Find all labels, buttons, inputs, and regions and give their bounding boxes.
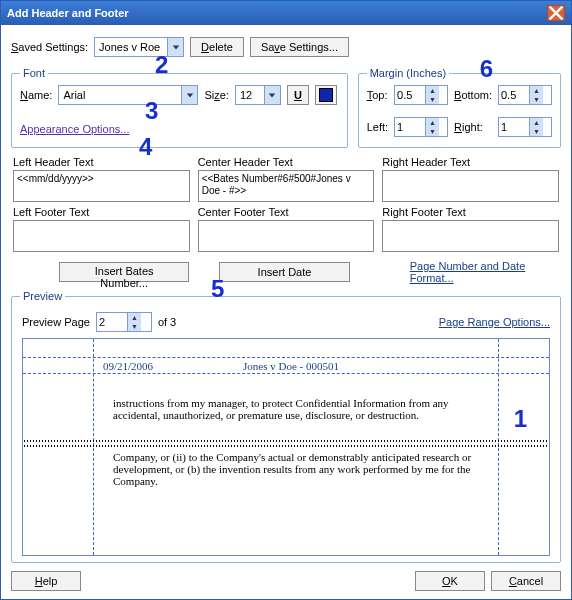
color-swatch-icon	[319, 88, 333, 102]
center-header-label: Center Header Text	[198, 156, 375, 168]
spinner-icon[interactable]: ▲▼	[127, 313, 141, 331]
font-size-value: 12	[240, 89, 252, 101]
preview-fieldset: Preview Preview Page ▲▼ of 3 Page Range …	[11, 290, 561, 563]
insert-date-button[interactable]: Insert Date	[219, 262, 349, 282]
margin-guide	[23, 373, 549, 374]
preview-page-input[interactable]: ▲▼	[96, 312, 152, 332]
saved-settings-value: Jones v Roe	[99, 41, 160, 53]
left-footer-input[interactable]	[13, 220, 190, 252]
preview-box: 09/21/2006 Jones v Doe - 000501 instruct…	[22, 338, 550, 556]
spinner-icon[interactable]: ▲▼	[529, 86, 543, 104]
margin-left-label: Left:	[367, 121, 388, 133]
margins-legend: Margin (Inches)	[367, 67, 449, 79]
margin-bottom-label: Bottom:	[454, 89, 492, 101]
right-header-label: Right Header Text	[382, 156, 559, 168]
spinner-icon[interactable]: ▲▼	[425, 86, 439, 104]
page-break-indicator	[23, 444, 549, 448]
dialog-window: Add Header and Footer Saved Settings: Jo…	[0, 0, 572, 600]
ok-button[interactable]: OK	[415, 571, 485, 591]
delete-button[interactable]: Delete	[190, 37, 244, 57]
title-bar: Add Header and Footer	[1, 1, 571, 25]
saved-settings-label: Saved Settings:	[11, 41, 88, 53]
page-range-link[interactable]: Page Range Options...	[439, 316, 550, 328]
dialog-buttons: Help OK Cancel	[11, 571, 561, 591]
right-header-input[interactable]	[382, 170, 559, 202]
left-footer-label: Left Footer Text	[13, 206, 190, 218]
margin-bottom-input[interactable]: ▲▼	[498, 85, 552, 105]
chevron-down-icon	[167, 38, 183, 56]
saved-settings-row: Saved Settings: Jones v Roe Delete Save …	[11, 37, 563, 57]
margin-right-input[interactable]: ▲▼	[498, 117, 552, 137]
font-name-label: Name:	[20, 89, 52, 101]
font-fieldset: Font Name: Arial Size: 12 U	[11, 67, 348, 148]
cancel-button[interactable]: Cancel	[491, 571, 561, 591]
svg-marker-3	[187, 93, 193, 97]
chevron-down-icon	[181, 86, 197, 104]
preview-of-label: of 3	[158, 316, 176, 328]
preview-date: 09/21/2006	[103, 360, 153, 372]
window-title: Add Header and Footer	[7, 7, 129, 19]
font-legend: Font	[20, 67, 48, 79]
font-name-value: Arial	[63, 89, 85, 101]
margin-guide	[23, 357, 549, 358]
margin-top-label: Top:	[367, 89, 388, 101]
font-name-select[interactable]: Arial	[58, 85, 198, 105]
right-footer-input[interactable]	[382, 220, 559, 252]
appearance-options-link[interactable]: Appearance Options...	[20, 123, 129, 135]
client-area: Saved Settings: Jones v Roe Delete Save …	[1, 25, 571, 599]
right-footer-label: Right Footer Text	[382, 206, 559, 218]
page-break-indicator	[23, 439, 549, 443]
saved-settings-select[interactable]: Jones v Roe	[94, 37, 184, 57]
margin-left-input[interactable]: ▲▼	[394, 117, 448, 137]
font-size-select[interactable]: 12	[235, 85, 281, 105]
center-footer-label: Center Footer Text	[198, 206, 375, 218]
preview-bates: Jones v Doe - 000501	[243, 360, 339, 372]
margins-fieldset: Margin (Inches) Top: ▲▼ Bottom: ▲▼ Left:…	[358, 67, 561, 148]
header-footer-grid: Left Header Text <<mm/dd/yyyy>> Center H…	[13, 156, 559, 252]
font-size-label: Size:	[204, 89, 228, 101]
svg-marker-2	[172, 45, 178, 49]
chevron-down-icon	[264, 86, 280, 104]
font-margin-row: Font Name: Arial Size: 12 U	[9, 65, 563, 150]
preview-body-bottom: Company, or (ii) to the Company's actual…	[113, 451, 489, 487]
insert-bates-button[interactable]: Insert Bates Number...	[59, 262, 189, 282]
page-date-format-link[interactable]: Page Number and Date Format...	[410, 260, 559, 284]
save-settings-button[interactable]: Save Settings...	[250, 37, 349, 57]
margin-top-input[interactable]: ▲▼	[394, 85, 448, 105]
left-header-label: Left Header Text	[13, 156, 190, 168]
font-color-button[interactable]	[315, 85, 337, 105]
help-button[interactable]: Help	[11, 571, 81, 591]
preview-page-label: Preview Page	[22, 316, 90, 328]
preview-body-top: instructions from my manager, to protect…	[113, 397, 489, 421]
insert-row: Insert Bates Number... Insert Date Page …	[59, 260, 559, 284]
center-header-input[interactable]: <<Bates Number#6#500#Jones v Doe - #>>	[198, 170, 375, 202]
spinner-icon[interactable]: ▲▼	[425, 118, 439, 136]
spinner-icon[interactable]: ▲▼	[529, 118, 543, 136]
svg-marker-4	[269, 93, 275, 97]
margin-right-label: Right:	[454, 121, 492, 133]
underline-button[interactable]: U	[287, 85, 309, 105]
close-button[interactable]	[547, 5, 565, 21]
left-header-input[interactable]: <<mm/dd/yyyy>>	[13, 170, 190, 202]
preview-legend: Preview	[20, 290, 65, 302]
center-footer-input[interactable]	[198, 220, 375, 252]
